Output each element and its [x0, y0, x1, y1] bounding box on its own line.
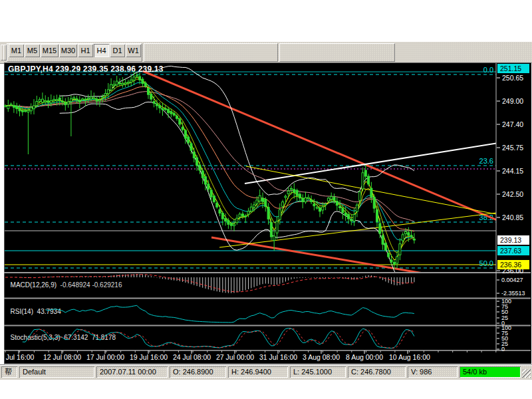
timeframe-button-h4[interactable]: H4 — [94, 44, 109, 57]
toolbar-group-2 — [144, 43, 278, 62]
status-high: H: 246.9400 — [228, 366, 288, 378]
client-area-top — [0, 0, 532, 41]
status-bar: 帮Default2007.07.11 00:00O: 246.8900H: 24… — [0, 364, 532, 380]
status-profile: Default — [19, 366, 94, 378]
rsi-label: RSI(14) 43.7934 — [7, 301, 61, 315]
status-volume: V: 986 — [408, 366, 458, 378]
metatrader-window: { "toolbar": { "timeframes": [ {"label":… — [0, 0, 532, 399]
status-icon: 帮 — [1, 366, 17, 378]
status-connection[interactable]: 54/0 kb — [460, 366, 521, 378]
stochastic-name: Stochastic(5,3,3) — [11, 334, 61, 341]
macd-value-signal: -0.629216 — [92, 281, 122, 289]
chart-canvas[interactable] — [4, 63, 532, 364]
timeframe-button-m15[interactable]: M15 — [41, 44, 59, 57]
timeframe-button-m1[interactable]: M1 — [9, 44, 24, 57]
chart-title: GBPJPY,H4 239.29 239.35 238.96 239.13 — [8, 65, 164, 74]
macd-label: MACD(12,26,9) -0.648924 -0.629216 — [7, 274, 122, 289]
timeframe-button-m5[interactable]: M5 — [25, 44, 40, 57]
resize-grip[interactable] — [522, 369, 531, 378]
client-area-bottom — [0, 380, 532, 399]
timeframe-button-w1[interactable]: W1 — [126, 44, 141, 57]
stochastic-label: Stochastic(5,3,3) 67.3142 71.8178 — [7, 327, 116, 341]
stochastic-value-signal: 71.8178 — [92, 334, 116, 341]
toolbar: M1M5M15M30H1H4D1W1 — [0, 41, 532, 64]
macd-name: MACD(12,26,9) — [11, 281, 57, 289]
timeframe-button-h1[interactable]: H1 — [78, 44, 93, 57]
status-low: L: 245.1000 — [290, 366, 346, 378]
timeframe-button-m30[interactable]: M30 — [59, 44, 77, 57]
rsi-value: 43.7934 — [37, 308, 61, 315]
status-close: C: 246.7800 — [348, 366, 406, 378]
status-open: O: 246.8900 — [170, 366, 226, 378]
status-bar-time: 2007.07.11 00:00 — [96, 366, 168, 378]
stochastic-value-main: 67.3142 — [64, 334, 88, 341]
timeframe-button-d1[interactable]: D1 — [110, 44, 125, 57]
toolbar-group-3 — [279, 43, 395, 62]
macd-value-main: -0.648924 — [61, 281, 90, 289]
rsi-name: RSI(14) — [11, 308, 33, 315]
